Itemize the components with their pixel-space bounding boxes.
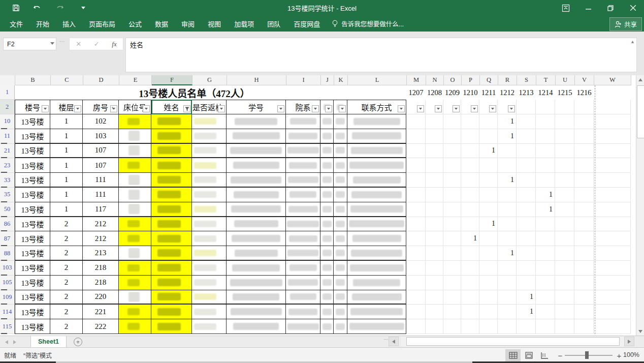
cell-G35[interactable] <box>192 188 227 202</box>
cell-W109[interactable] <box>594 290 631 305</box>
cell-W88[interactable] <box>594 246 631 261</box>
cell-E115[interactable] <box>119 319 151 334</box>
cell-M33[interactable] <box>406 173 426 188</box>
cell-D109[interactable]: 220 <box>83 290 119 305</box>
hscroll-right-icon[interactable] <box>624 337 634 346</box>
cell-C87[interactable]: 2 <box>50 231 83 246</box>
column-header-H[interactable]: H <box>227 75 286 85</box>
row-header-1[interactable]: 1 <box>0 85 15 100</box>
ribbon-tab-2[interactable]: 插入 <box>56 16 82 32</box>
row-header-109[interactable]: 109 <box>0 290 15 305</box>
column-header-J[interactable]: J <box>321 75 334 85</box>
cell-T35[interactable]: 1 <box>536 188 555 202</box>
cell-W50[interactable] <box>594 202 631 217</box>
cell-H23[interactable] <box>227 158 286 173</box>
cell-N115[interactable] <box>426 319 443 334</box>
row-header-11[interactable]: 11 <box>0 129 15 144</box>
cell-R88[interactable]: 1 <box>498 246 517 261</box>
cell-M105[interactable] <box>406 276 426 290</box>
cell-E103[interactable] <box>119 261 151 276</box>
cell-E86[interactable] <box>119 217 151 232</box>
cell-T88[interactable] <box>536 246 555 261</box>
cell-L86[interactable] <box>347 217 406 232</box>
prev-sheet-icon[interactable] <box>5 340 8 344</box>
cell-K35[interactable] <box>334 188 347 202</box>
cell-U105[interactable] <box>555 276 574 290</box>
filter-dropdown-icon[interactable] <box>435 105 442 112</box>
cell-F10[interactable] <box>151 114 192 129</box>
cell-H10[interactable] <box>227 114 286 129</box>
cell-B88[interactable]: 13号楼 <box>15 246 50 261</box>
cell-F87[interactable] <box>151 231 192 246</box>
cell-I105[interactable] <box>286 276 320 290</box>
table-header-E[interactable]: 床位号 <box>119 100 151 114</box>
cell-C114[interactable]: 2 <box>50 305 83 319</box>
cell-Q86[interactable]: 1 <box>479 217 498 232</box>
column-header-W[interactable]: W <box>594 75 631 85</box>
cell-N21[interactable] <box>426 144 443 159</box>
column-header-I[interactable]: I <box>286 75 321 85</box>
cell-D86[interactable]: 212 <box>83 217 119 232</box>
cell-V35[interactable] <box>574 188 594 202</box>
cell-B23[interactable]: 13号楼 <box>15 158 50 173</box>
ribbon-tab-10[interactable]: 百度网盘 <box>287 16 327 32</box>
cell-C115[interactable]: 2 <box>50 319 83 334</box>
row-header-10[interactable]: 10 <box>0 114 15 129</box>
cell-U23[interactable] <box>555 158 574 173</box>
cell-R103[interactable] <box>498 261 517 276</box>
cell-J33[interactable] <box>320 173 334 188</box>
table-header-I[interactable]: 院系 <box>286 100 320 114</box>
cell-N11[interactable] <box>426 129 443 144</box>
cell-D87[interactable]: 212 <box>83 231 119 246</box>
table-header-H[interactable]: 学号 <box>227 100 286 114</box>
table-header-cell-P[interactable] <box>461 100 479 114</box>
cell-K33[interactable] <box>334 173 347 188</box>
cell-T86[interactable] <box>536 217 555 232</box>
cell-C88[interactable]: 2 <box>50 246 83 261</box>
ribbon-display-options-icon[interactable] <box>555 0 577 16</box>
cell-K105[interactable] <box>334 276 347 290</box>
cell-L35[interactable] <box>347 188 406 202</box>
room-number-cell-U[interactable]: 1215 <box>555 85 574 100</box>
cell-R105[interactable] <box>498 276 517 290</box>
cell-I10[interactable] <box>286 114 320 129</box>
cell-J109[interactable] <box>320 290 334 305</box>
cell-G23[interactable] <box>192 158 227 173</box>
cell-D35[interactable]: 111 <box>83 188 119 202</box>
cell-R21[interactable] <box>498 144 517 159</box>
cell-V33[interactable] <box>574 173 594 188</box>
table-header-D[interactable]: 房号↑ <box>83 100 119 114</box>
cell-E33[interactable] <box>119 173 151 188</box>
cell-N35[interactable] <box>426 188 443 202</box>
cell-J23[interactable] <box>320 158 334 173</box>
room-number-cell-N[interactable]: 1208 <box>426 85 443 100</box>
cell-M103[interactable] <box>406 261 426 276</box>
cell-N50[interactable] <box>426 202 443 217</box>
cell-S109[interactable]: 1 <box>517 290 536 305</box>
cell-K109[interactable] <box>334 290 347 305</box>
filter-dropdown-icon[interactable] <box>489 105 496 112</box>
filter-dropdown-icon[interactable] <box>277 105 284 112</box>
cell-M11[interactable] <box>406 129 426 144</box>
cell-T115[interactable] <box>536 319 555 334</box>
zoom-out-button[interactable]: − <box>555 349 565 361</box>
restore-button[interactable] <box>599 0 622 16</box>
filter-dropdown-icon[interactable] <box>143 105 150 112</box>
ribbon-tab-6[interactable]: 审阅 <box>175 16 201 32</box>
cell-T87[interactable] <box>536 231 555 246</box>
cell-C50[interactable]: 1 <box>50 202 83 217</box>
view-page-break-button[interactable] <box>537 349 552 361</box>
cell-U33[interactable] <box>555 173 574 188</box>
cell-U21[interactable] <box>555 144 574 159</box>
column-header-F[interactable]: F <box>152 75 192 85</box>
cell-N88[interactable] <box>426 246 443 261</box>
room-number-cell-R[interactable]: 1212 <box>498 85 517 100</box>
cell-H50[interactable] <box>227 202 286 217</box>
cell-Q33[interactable] <box>479 173 498 188</box>
ribbon-tab-5[interactable]: 数据 <box>148 16 175 32</box>
table-header-C[interactable]: 楼层 <box>50 100 83 114</box>
cell-I11[interactable] <box>286 129 320 144</box>
filter-dropdown-icon[interactable] <box>42 105 49 112</box>
cell-Q115[interactable] <box>479 319 498 334</box>
cell-L10[interactable] <box>347 114 406 129</box>
